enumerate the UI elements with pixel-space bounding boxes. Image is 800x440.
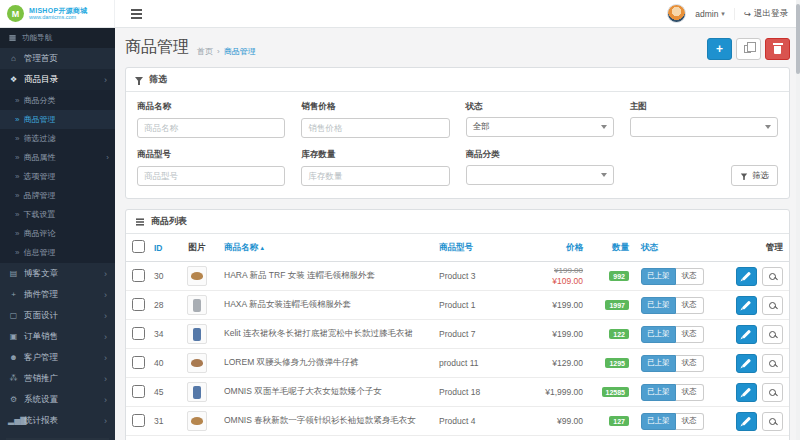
delete-button[interactable] bbox=[765, 38, 790, 60]
logout-button[interactable]: ↪ 退出登录 bbox=[734, 8, 788, 20]
filter-status-select[interactable]: 全部 bbox=[466, 117, 614, 137]
sidebar-item-label: 博客文章 bbox=[24, 268, 58, 280]
sidebar-link-统计报表[interactable]: ▂▅▇统计报表› bbox=[0, 410, 115, 431]
view-button[interactable] bbox=[762, 383, 783, 402]
sidebar-item-营销推广: ⁂营销推广› bbox=[0, 368, 115, 389]
sidebar-subitem-商品分类[interactable]: »商品分类 bbox=[0, 91, 115, 110]
sidebar-link-插件管理[interactable]: +插件管理› bbox=[0, 284, 115, 305]
status-enabled-button[interactable]: 已上架 bbox=[641, 297, 676, 314]
edit-button[interactable] bbox=[736, 354, 757, 373]
sidebar-subitem-品牌管理[interactable]: »品牌管理 bbox=[0, 186, 115, 205]
column-model[interactable]: 商品型号 bbox=[433, 234, 525, 262]
column-quantity[interactable]: 数量 bbox=[589, 234, 635, 262]
sidebar-toggle-button[interactable] bbox=[127, 9, 146, 19]
breadcrumb-current[interactable]: 商品管理 bbox=[224, 46, 256, 57]
brand-url: www.damicms.com bbox=[29, 14, 88, 20]
submenu-marker-icon: » bbox=[15, 229, 19, 238]
status-enabled-button[interactable]: 已上架 bbox=[641, 326, 676, 343]
edit-button[interactable] bbox=[736, 383, 757, 402]
sidebar-link-页面设计[interactable]: ▢页面设计› bbox=[0, 305, 115, 326]
status-toggle-button[interactable]: 状态 bbox=[676, 413, 704, 430]
pencil-icon bbox=[742, 417, 751, 426]
status-toggle-button[interactable]: 状态 bbox=[676, 355, 704, 372]
sidebar-item-label: 系统设置 bbox=[24, 394, 58, 406]
sidebar-link-营销推广[interactable]: ⁂营销推广› bbox=[0, 368, 115, 389]
sidebar-link-客户管理[interactable]: ☻客户管理› bbox=[0, 347, 115, 368]
sidebar-link-管理首页[interactable]: ⌂管理首页 bbox=[0, 48, 115, 69]
sidebar-item-页面设计: ▢页面设计› bbox=[0, 305, 115, 326]
column-price[interactable]: 价格 bbox=[525, 234, 589, 262]
select-all-checkbox[interactable] bbox=[132, 240, 145, 253]
product-image bbox=[193, 386, 201, 399]
brand-logo[interactable]: M MISHOP开源商城 www.damicms.com bbox=[0, 0, 115, 27]
view-button[interactable] bbox=[762, 325, 783, 344]
user-avatar[interactable] bbox=[667, 4, 686, 23]
row-checkbox[interactable] bbox=[132, 269, 145, 282]
status-toggle-button[interactable]: 状态 bbox=[676, 326, 704, 343]
filter-quantity-input[interactable] bbox=[301, 166, 449, 186]
filter-name-input[interactable] bbox=[137, 118, 285, 138]
submenu-marker-icon: » bbox=[15, 96, 19, 105]
breadcrumb-home-link[interactable]: 首页 bbox=[197, 46, 213, 57]
filter-model-input[interactable] bbox=[137, 166, 285, 186]
filter-image-select[interactable] bbox=[630, 117, 778, 137]
status-enabled-button[interactable]: 已上架 bbox=[641, 413, 676, 430]
sidebar-subitem-商品评论[interactable]: »商品评论 bbox=[0, 224, 115, 243]
edit-button[interactable] bbox=[736, 267, 757, 286]
row-checkbox[interactable] bbox=[132, 356, 145, 369]
user-menu[interactable]: admin ▾ bbox=[695, 9, 725, 19]
sidebar-subitem-label: 商品属性 bbox=[23, 152, 55, 163]
filter-submit-button[interactable]: 筛选 bbox=[731, 165, 778, 186]
sidebar-link-博客文章[interactable]: ▤博客文章› bbox=[0, 263, 115, 284]
edit-button[interactable] bbox=[736, 296, 757, 315]
column-status[interactable]: 状态 bbox=[635, 234, 727, 262]
status-toggle-button[interactable]: 状态 bbox=[676, 384, 704, 401]
scrollbar-thumb[interactable] bbox=[796, 4, 800, 74]
product-name: HAXA 新品女装连帽毛领棉服外套 bbox=[218, 291, 433, 320]
sidebar-item-label: 页面设计 bbox=[24, 310, 58, 322]
row-checkbox[interactable] bbox=[132, 327, 145, 340]
sidebar-item-label: 统计报表 bbox=[24, 415, 58, 427]
sidebar-link-系统设置[interactable]: ⚙系统设置› bbox=[0, 389, 115, 410]
user-name: admin bbox=[695, 9, 718, 19]
status-enabled-button[interactable]: 已上架 bbox=[641, 384, 676, 401]
sidebar-item-label: 订单销售 bbox=[24, 331, 58, 343]
view-button[interactable] bbox=[762, 267, 783, 286]
sidebar-item-label: 客户管理 bbox=[24, 352, 58, 364]
status-enabled-button[interactable]: 已上架 bbox=[641, 268, 676, 285]
edit-button[interactable] bbox=[736, 325, 757, 344]
product-name: Kelit 连衣裙秋冬长裙打底裙宽松中长款过膝毛衣裙 bbox=[218, 320, 433, 349]
column-name[interactable]: 商品名称 ▴ bbox=[218, 234, 433, 262]
row-checkbox[interactable] bbox=[132, 298, 145, 311]
chevron-right-icon: › bbox=[104, 353, 107, 363]
row-checkbox[interactable] bbox=[132, 414, 145, 427]
view-button[interactable] bbox=[762, 296, 783, 315]
filter-price-input[interactable] bbox=[301, 118, 449, 138]
sidebar-subitem-选项管理[interactable]: »选项管理 bbox=[0, 167, 115, 186]
status-enabled-button[interactable]: 已上架 bbox=[641, 355, 676, 372]
sidebar-subitem-商品管理[interactable]: »商品管理 bbox=[0, 110, 115, 129]
product-price: ¥199.00 bbox=[525, 291, 589, 320]
sidebar-subitem-下载设置[interactable]: »下载设置 bbox=[0, 205, 115, 224]
row-checkbox[interactable] bbox=[132, 385, 145, 398]
sidebar-subitem-筛选过滤[interactable]: »筛选过滤 bbox=[0, 129, 115, 148]
add-product-button[interactable]: + bbox=[707, 38, 732, 60]
product-image bbox=[191, 272, 203, 280]
sidebar-subitem-信息管理[interactable]: »信息管理 bbox=[0, 243, 115, 262]
filter-category-select[interactable] bbox=[466, 165, 614, 185]
product-model: Product 7 bbox=[433, 320, 525, 349]
filter-icon bbox=[741, 174, 747, 178]
view-button[interactable] bbox=[762, 412, 783, 431]
column-id[interactable]: ID bbox=[148, 234, 176, 262]
sidebar-link-订单销售[interactable]: ▣订单销售› bbox=[0, 326, 115, 347]
status-toggle-button[interactable]: 状态 bbox=[676, 268, 704, 285]
status-toggle-button[interactable]: 状态 bbox=[676, 297, 704, 314]
page-scrollbar[interactable] bbox=[796, 0, 800, 440]
view-button[interactable] bbox=[762, 354, 783, 373]
table-row: 31 OMNIS 春秋新款一字领针织衫长袖短款紧身毛衣女 Product 4 ¥… bbox=[126, 407, 789, 436]
copy-button[interactable] bbox=[736, 38, 761, 60]
edit-button[interactable] bbox=[736, 412, 757, 431]
sidebar-subitem-商品属性[interactable]: »商品属性› bbox=[0, 148, 115, 167]
filter-status-label: 状态 bbox=[466, 101, 614, 113]
sidebar-link-商品目录[interactable]: ❖商品目录› bbox=[0, 69, 115, 90]
